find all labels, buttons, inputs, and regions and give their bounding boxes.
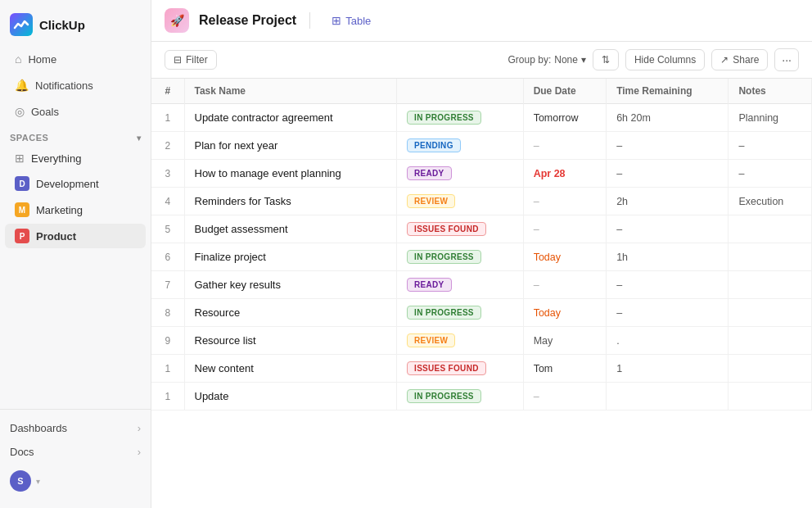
col-due-date: Due Date	[523, 79, 607, 104]
sidebar: ClickUp ⌂ Home 🔔 Notifications ◎ Goals S…	[0, 0, 151, 508]
goals-icon: ◎	[15, 105, 25, 118]
row-num: 1	[151, 355, 184, 383]
row-task-name[interactable]: Update contractor agreement	[184, 104, 397, 132]
group-by-value: None	[554, 54, 578, 66]
row-status[interactable]: REVIEW	[397, 327, 524, 355]
table-row[interactable]: 5 Budget assessment ISSUES FOUND – –	[151, 215, 812, 243]
col-status	[397, 79, 524, 104]
row-notes: Planning	[729, 104, 812, 132]
nav-goals[interactable]: ◎ Goals	[5, 99, 146, 124]
hide-columns-button[interactable]: Hide Columns	[625, 49, 705, 70]
sidebar-item-product[interactable]: P Product	[5, 224, 146, 248]
row-status[interactable]: ISSUES FOUND	[397, 355, 524, 383]
row-time-remaining: –	[607, 271, 729, 299]
row-due-date: Tom	[523, 355, 607, 383]
share-label: Share	[733, 54, 759, 66]
row-due-date: Tomorrow	[523, 104, 607, 132]
row-due-date: –	[523, 271, 607, 299]
row-status[interactable]: IN PROGRESS	[397, 383, 524, 410]
row-time-remaining: 2h	[607, 188, 729, 215]
table-header-row: # Task Name Due Date Time Remaining Note…	[151, 79, 812, 104]
sidebar-dashboards[interactable]: Dashboards ›	[0, 416, 151, 440]
row-status[interactable]: PENDING	[397, 132, 524, 160]
row-status[interactable]: READY	[397, 271, 524, 299]
avatar[interactable]: S	[10, 470, 31, 492]
table-row[interactable]: 2 Plan for next year PENDING – – –	[151, 132, 812, 160]
sort-button[interactable]: ⇅	[593, 49, 619, 70]
docs-label: Docs	[10, 446, 34, 458]
row-task-name[interactable]: Plan for next year	[184, 132, 397, 160]
table-icon: ⊞	[332, 14, 341, 27]
table-row[interactable]: 1 Update contractor agreement IN PROGRES…	[151, 104, 812, 132]
table-view-label: Table	[345, 15, 371, 27]
table-row[interactable]: 6 Finalize project IN PROGRESS Today 1h	[151, 243, 812, 271]
table-view-button[interactable]: ⊞ Table	[323, 11, 379, 30]
table-row[interactable]: 1 Update IN PROGRESS –	[151, 383, 812, 410]
sidebar-docs[interactable]: Docs ›	[0, 440, 151, 464]
row-task-name[interactable]: Gather key results	[184, 271, 397, 299]
nav-home[interactable]: ⌂ Home	[5, 47, 146, 71]
row-task-name[interactable]: Update	[184, 383, 397, 410]
chevron-down-icon[interactable]: ▾	[137, 134, 142, 143]
user-avatar-area: S ▾	[0, 464, 151, 498]
row-notes	[729, 299, 812, 327]
row-status[interactable]: IN PROGRESS	[397, 299, 524, 327]
filter-label: Filter	[186, 54, 208, 66]
row-task-name[interactable]: How to manage event planning	[184, 160, 397, 188]
row-status[interactable]: READY	[397, 160, 524, 188]
row-status[interactable]: REVIEW	[397, 188, 524, 215]
group-by-control[interactable]: Group by: None ▾	[508, 54, 586, 66]
sidebar-item-everything[interactable]: ⊞ Everything	[5, 147, 146, 170]
table-row[interactable]: 9 Resource list REVIEW May .	[151, 327, 812, 355]
row-time-remaining: –	[607, 215, 729, 243]
row-due-date: –	[523, 188, 607, 215]
share-button[interactable]: ↗ Share	[711, 49, 768, 70]
row-task-name[interactable]: Budget assessment	[184, 215, 397, 243]
table-row[interactable]: 1 New content ISSUES FOUND Tom 1	[151, 355, 812, 383]
filter-button[interactable]: ⊟ Filter	[165, 50, 217, 70]
row-notes: –	[729, 132, 812, 160]
row-task-name[interactable]: Finalize project	[184, 243, 397, 271]
logo-area: ClickUp	[0, 10, 151, 46]
row-num: 1	[151, 383, 184, 410]
table-row[interactable]: 7 Gather key results READY – –	[151, 271, 812, 299]
sidebar-development-label: Development	[36, 178, 99, 190]
row-task-name[interactable]: Reminders for Tasks	[184, 188, 397, 215]
sidebar-item-development[interactable]: D Development	[5, 171, 146, 196]
row-notes	[729, 271, 812, 299]
spaces-section-header: Spaces ▾	[0, 125, 151, 146]
filter-icon: ⊟	[174, 54, 182, 66]
bell-icon: 🔔	[15, 79, 29, 92]
nav-home-label: Home	[28, 53, 56, 66]
row-num: 9	[151, 327, 184, 355]
share-icon: ↗	[720, 54, 729, 66]
row-num: 6	[151, 243, 184, 271]
nav-notifications[interactable]: 🔔 Notifications	[5, 73, 146, 98]
row-task-name[interactable]: Resource	[184, 299, 397, 327]
row-due-date: –	[523, 215, 607, 243]
sidebar-item-marketing[interactable]: M Marketing	[5, 197, 146, 222]
row-task-name[interactable]: New content	[184, 355, 397, 383]
task-table: # Task Name Due Date Time Remaining Note…	[151, 79, 812, 410]
chevron-right-icon: ›	[138, 446, 141, 458]
row-status[interactable]: IN PROGRESS	[397, 243, 524, 271]
row-time-remaining: 1	[607, 355, 729, 383]
clickup-logo-icon	[10, 13, 33, 36]
row-notes	[729, 327, 812, 355]
app-name: ClickUp	[39, 18, 85, 32]
row-num: 7	[151, 271, 184, 299]
more-options-button[interactable]: ···	[774, 48, 799, 71]
row-task-name[interactable]: Resource list	[184, 327, 397, 355]
row-num: 1	[151, 104, 184, 132]
table-row[interactable]: 4 Reminders for Tasks REVIEW – 2h Execut…	[151, 188, 812, 215]
table-row[interactable]: 3 How to manage event planning READY Apr…	[151, 160, 812, 188]
row-time-remaining: 6h 20m	[607, 104, 729, 132]
row-status[interactable]: IN PROGRESS	[397, 104, 524, 132]
row-time-remaining: 1h	[607, 243, 729, 271]
row-num: 3	[151, 160, 184, 188]
row-status[interactable]: ISSUES FOUND	[397, 215, 524, 243]
main-content: 🚀 Release Project ⊞ Table ⊟ Filter Group…	[151, 0, 812, 508]
spaces-label: Spaces	[10, 133, 48, 143]
table-row[interactable]: 8 Resource IN PROGRESS Today –	[151, 299, 812, 327]
row-num: 5	[151, 215, 184, 243]
